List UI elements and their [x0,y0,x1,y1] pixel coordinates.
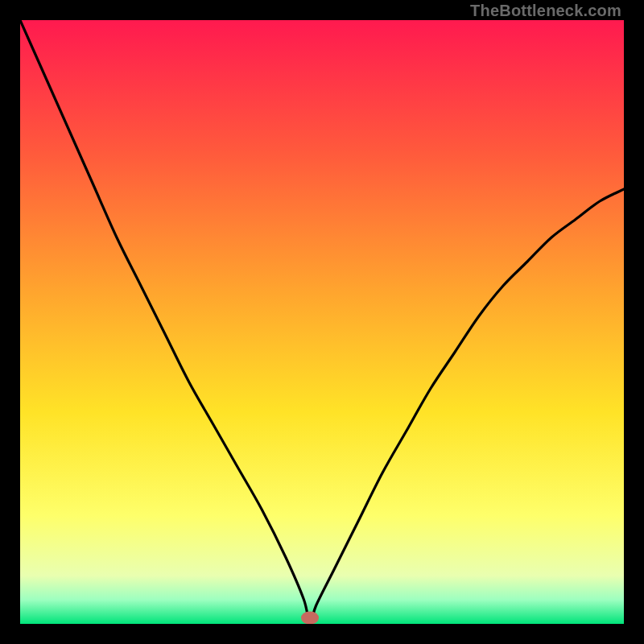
plot-area [20,20,624,624]
optimum-marker [301,612,319,625]
chart-background [20,20,624,624]
chart-canvas [20,20,624,624]
watermark-text: TheBottleneck.com [470,2,621,20]
chart-frame: TheBottleneck.com [0,0,644,644]
